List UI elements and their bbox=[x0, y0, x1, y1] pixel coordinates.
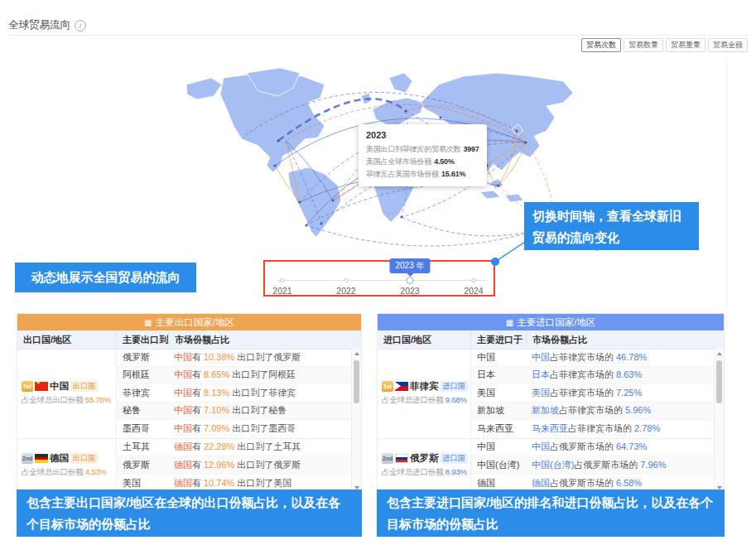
timeline-year-label[interactable]: 2022 bbox=[336, 286, 355, 296]
trade-metric-button-2[interactable]: 贸易重量 bbox=[666, 38, 705, 52]
table-row: 新加坡新加坡占菲律宾市场的5.96% bbox=[471, 403, 714, 421]
trade-metric-button-0[interactable]: 贸易次数 bbox=[581, 38, 621, 52]
role-badge: 出口国 bbox=[70, 453, 98, 464]
share-source-country: 马来西亚 bbox=[532, 423, 568, 433]
share-source-country: 德国 bbox=[174, 460, 192, 470]
panel-border bbox=[726, 58, 727, 308]
scrollbar-thumb[interactable] bbox=[716, 360, 722, 403]
share-tail-text: 出口到了墨西哥 bbox=[232, 423, 296, 433]
share-percentage: 8.13% bbox=[204, 388, 229, 398]
scrollbar bbox=[714, 349, 724, 493]
share-source-country: 德国 bbox=[174, 441, 192, 451]
partner-name: 马来西亚 bbox=[471, 422, 527, 435]
country-name: 中国 bbox=[50, 380, 69, 393]
timeline-year-label[interactable]: 2023 bbox=[400, 286, 419, 296]
annotation-import-table: 包含主要进口国家/地区的排名和进口份额占比，以及在各个目标市场的份额占比 bbox=[377, 490, 725, 537]
country-cell: 2nd俄罗斯进口国占全球总进口份额 8.93% bbox=[378, 439, 471, 493]
tooltip-year: 2023 bbox=[366, 130, 479, 140]
market-share-text: 日本占菲律宾市场的8.63% bbox=[527, 369, 714, 381]
share-mid-text: 有 bbox=[192, 423, 201, 433]
share-source-country: 德国 bbox=[174, 478, 192, 488]
column-header: 主要进口于 bbox=[471, 330, 527, 349]
trade-flow-page: 全球贸易流向 i 贸易次数贸易数量贸易重量贸易金额 bbox=[0, 0, 756, 545]
share-tail-text: 出口到了阿根廷 bbox=[232, 369, 296, 379]
trade-metric-button-3[interactable]: 贸易金额 bbox=[708, 38, 748, 52]
timeline-tick[interactable] bbox=[344, 278, 349, 282]
table-header-bar: ▦主要出口国家/地区 bbox=[17, 314, 361, 330]
column-header: 出口国/地区 bbox=[17, 330, 117, 349]
timeline-tick[interactable] bbox=[472, 278, 476, 282]
share-source-country: 中国 bbox=[174, 369, 192, 379]
country-group: 1st菲律宾进口国占全球总进口份额 9.68%中国中国占菲律宾市场的46.78%… bbox=[378, 349, 714, 439]
share-percentage: 46.78% bbox=[616, 352, 647, 362]
global-share-label: 占全球总进口份额 bbox=[382, 467, 443, 476]
global-share-label: 占全球总进口份额 bbox=[382, 395, 443, 404]
market-share-text: 中国有7.10%出口到了秘鲁 bbox=[169, 404, 351, 417]
market-share-text: 马来西亚占菲律宾市场的2.78% bbox=[527, 422, 714, 435]
scroll-up-arrow-icon[interactable] bbox=[715, 349, 724, 359]
share-mid-text: 有 bbox=[192, 478, 201, 488]
country-cell: 1st中国出口国占全球总出口份额 55.70% bbox=[17, 349, 117, 438]
share-mid-text: 占菲律宾市场的 bbox=[550, 369, 614, 379]
timeline-tick[interactable] bbox=[281, 278, 285, 282]
table-body: 1st中国出口国占全球总出口份额 55.70%俄罗斯中国有10.38%出口到了俄… bbox=[17, 349, 351, 493]
share-source-country: 德国 bbox=[532, 478, 550, 488]
annotation-export-table: 包含主要出口国家/地区在全球的出口份额占比，以及在各个目标市场的份额占比 bbox=[17, 490, 362, 537]
timeline-handle[interactable] bbox=[407, 277, 414, 284]
ph-flag-icon bbox=[395, 382, 408, 391]
table-header-bar: ▦主要进口国家/地区 bbox=[378, 314, 724, 330]
share-tail-text: 出口到了俄罗斯 bbox=[237, 460, 301, 470]
table-row: 俄罗斯中国有10.38%出口到了俄罗斯 bbox=[117, 349, 351, 367]
column-header: 市场份额占比 bbox=[169, 330, 361, 349]
partner-rows: 俄罗斯中国有10.38%出口到了俄罗斯阿根廷中国有8.65%出口到了阿根廷菲律宾… bbox=[117, 349, 351, 438]
partner-name: 中国 bbox=[471, 351, 527, 364]
share-mid-text: 占菲律宾市场的 bbox=[550, 388, 614, 398]
column-header: 主要出口到 bbox=[117, 330, 169, 349]
share-source-country: 美国 bbox=[532, 388, 550, 398]
share-source-country: 中国 bbox=[174, 388, 192, 398]
country-name: 俄罗斯 bbox=[410, 452, 439, 465]
timeline-highlight-frame bbox=[263, 260, 495, 297]
share-percentage: 7.25% bbox=[616, 388, 642, 398]
market-share-text: 中国(台湾)占俄罗斯市场的7.96% bbox=[527, 459, 714, 471]
export-table: ▦主要出口国家/地区出口国/地区主要出口到市场份额占比1st中国出口国占全球总出… bbox=[17, 313, 362, 494]
global-share: 占全球总出口份额 55.70% bbox=[22, 395, 116, 406]
partner-name: 菲律宾 bbox=[117, 387, 169, 399]
info-icon[interactable]: i bbox=[75, 20, 86, 31]
timeline-year-label[interactable]: 2021 bbox=[272, 286, 291, 296]
share-source-country: 中国 bbox=[174, 405, 192, 415]
table-row: 中国(台湾)中国(台湾)占俄罗斯市场的7.96% bbox=[471, 456, 714, 475]
timeline-year-label[interactable]: 2024 bbox=[464, 286, 483, 296]
share-percentage: 5.96% bbox=[625, 405, 651, 415]
share-mid-text: 占菲律宾市场的 bbox=[568, 423, 632, 433]
table-header-title: 主要进口国家/地区 bbox=[517, 317, 595, 327]
market-share-text: 中国占俄罗斯市场的64.73% bbox=[527, 441, 714, 453]
table-row: 俄罗斯德国有12.96%出口到了俄罗斯 bbox=[117, 456, 351, 475]
partner-name: 俄罗斯 bbox=[117, 459, 169, 471]
global-share-label: 占全球总出口份额 bbox=[22, 467, 83, 476]
share-mid-text: 有 bbox=[192, 460, 201, 470]
market-share-text: 中国占菲律宾市场的46.78% bbox=[527, 351, 714, 364]
timeline-track[interactable] bbox=[277, 280, 487, 281]
rank-badge: 1st bbox=[382, 381, 393, 392]
scrollbar-thumb[interactable] bbox=[354, 360, 359, 403]
partner-name: 美国 bbox=[117, 477, 169, 490]
divider bbox=[8, 35, 748, 36]
country-group: 2nd德国出口国占全球总出口份额 4.53%土耳其德国有22.28%出口到了土耳… bbox=[17, 439, 351, 494]
share-percentage: 10.74% bbox=[204, 478, 234, 488]
share-percentage: 7.10% bbox=[204, 405, 229, 415]
share-percentage: 22.28% bbox=[204, 441, 234, 451]
share-percentage: 8.63% bbox=[616, 369, 642, 379]
share-mid-text: 占菲律宾市场的 bbox=[559, 405, 623, 415]
share-mid-text: 有 bbox=[192, 369, 201, 379]
global-share-value: 9.68% bbox=[445, 395, 467, 404]
share-percentage: 8.65% bbox=[204, 369, 229, 379]
scroll-up-arrow-icon[interactable] bbox=[352, 349, 361, 359]
share-percentage: 2.78% bbox=[634, 423, 660, 433]
trade-metric-button-1[interactable]: 贸易数量 bbox=[624, 38, 663, 52]
tooltip-row: 美国占全球市场份额4.50% bbox=[366, 156, 479, 168]
market-share-text: 新加坡占菲律宾市场的5.96% bbox=[527, 404, 714, 417]
market-share-text: 德国有22.28%出口到了土耳其 bbox=[169, 441, 351, 453]
annotation-map-left: 动态地展示全国贸易的流向 bbox=[15, 263, 196, 292]
global-share-value: 8.93% bbox=[445, 467, 467, 476]
